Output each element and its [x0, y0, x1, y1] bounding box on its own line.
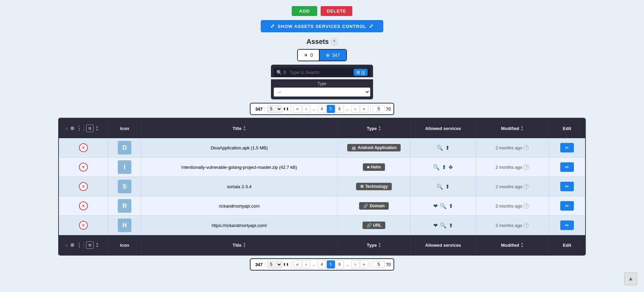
type-sort-icon[interactable]: ▲▼	[378, 125, 381, 131]
table-header-row: ○ ⊗ ⋮ ⧉ ▲▼ Icon Title ▲▼	[59, 118, 585, 138]
bottom-page-size-arrows[interactable]: ⬆⬇	[283, 262, 289, 267]
modified-help-icon[interactable]: ?	[524, 223, 529, 228]
header-col1-sort[interactable]: ▲▼	[96, 125, 99, 131]
modified-sort-icon[interactable]: ▲▼	[520, 125, 524, 131]
modified-help-icon[interactable]: ?	[524, 184, 529, 189]
type-badge-label: Android Application	[358, 145, 397, 150]
title-sort-icon[interactable]: ▲▼	[243, 125, 246, 131]
header-x-icon[interactable]: ⊗	[70, 125, 75, 131]
pag-goto-input[interactable]	[373, 106, 385, 112]
bottom-pag-goto-input[interactable]	[373, 261, 385, 268]
row-delete-btn[interactable]: ✕	[79, 201, 88, 210]
table-footer-row: ○ ⊗ ⋮ ⧉ ▲▼ Icon Title ▲▼	[59, 235, 585, 255]
pag-next-btn[interactable]: ›	[351, 105, 359, 113]
row-modified-cell: 2 months ago ?	[476, 216, 549, 235]
tab-unselected[interactable]: ✈ 0	[298, 50, 320, 61]
edit-button[interactable]: ✏	[560, 221, 574, 230]
footer-x-icon[interactable]: ⊗	[70, 242, 75, 248]
row-modified-cell: 2 months ago ?	[476, 158, 549, 177]
service-icon[interactable]: 🔍	[440, 203, 447, 209]
row-delete-btn[interactable]: ✕	[79, 221, 88, 230]
pag-page-6[interactable]: 6	[336, 105, 344, 113]
modified-cell: 2 months ago ?	[480, 223, 545, 228]
search-input[interactable]	[290, 70, 352, 75]
pag-page-5[interactable]: 5	[327, 105, 335, 113]
bottom-pag-page-5[interactable]: 5	[327, 260, 335, 269]
edit-button[interactable]: ✏	[560, 201, 574, 211]
modified-help-icon[interactable]: ?	[524, 145, 529, 150]
bottom-pag-next-btn[interactable]: ›	[351, 260, 359, 269]
asset-icon: D	[118, 141, 131, 155]
add-button[interactable]: ADD	[292, 6, 317, 16]
bottom-pag-goto: 70	[370, 261, 391, 268]
service-icon[interactable]: ❤	[433, 222, 438, 229]
header-check-col: ○ ⊗ ⋮ ⧉ ▲▼	[59, 118, 108, 138]
tab-347-count: 347	[332, 52, 340, 58]
modified-help-icon[interactable]: ?	[524, 203, 529, 209]
service-icon[interactable]: 🔍	[433, 164, 440, 171]
row-allowed-cell: 🔍⬆	[410, 138, 476, 158]
allowed-services-icons: ❤🔍⬆	[414, 203, 472, 209]
row-modified-cell: 2 months ago ?	[476, 196, 549, 216]
search-filter-button[interactable]: ⊞ |||	[354, 69, 368, 76]
footer-title-sort[interactable]: ▲▼	[243, 242, 246, 248]
footer-dots-icon[interactable]: ⋮	[77, 242, 82, 248]
service-icon[interactable]: ⬆	[445, 183, 450, 190]
header-circle-icon[interactable]: ○	[65, 126, 68, 131]
footer-type-sort[interactable]: ▲▼	[378, 242, 381, 248]
row-title-text: sortala 2-3.4	[227, 184, 252, 189]
header-copy-icon[interactable]: ⧉	[86, 125, 94, 132]
row-title-text: intentionally-vulnerable-golang-project-…	[181, 165, 297, 170]
service-icon[interactable]: ⬆	[449, 222, 453, 229]
page-size-select[interactable]: 5102050	[267, 105, 282, 113]
pag-page-4[interactable]: 4	[318, 105, 326, 113]
service-icon[interactable]: ❖	[448, 164, 453, 171]
bottom-pag-ellipsis-right: ...	[344, 262, 351, 267]
footer-modified-sort[interactable]: ▲▼	[520, 242, 524, 248]
row-delete-btn[interactable]: ✕	[79, 163, 88, 172]
bottom-pag-last-btn[interactable]: »	[360, 260, 368, 269]
edit-button[interactable]: ✏	[560, 162, 574, 172]
service-icon[interactable]: ❤	[433, 203, 438, 209]
service-icon[interactable]: ⬆	[442, 164, 446, 171]
service-icon[interactable]: 🔍	[436, 183, 443, 190]
show-assets-control-button[interactable]: ⤢ SHOW ASSETS SERVICES CONTROL ⤢	[261, 20, 384, 32]
delete-button[interactable]: DELETE	[321, 6, 352, 16]
modified-text: 2 months ago	[496, 165, 522, 170]
filter-type-select[interactable]: --	[274, 87, 370, 97]
row-type-cell: ⚙ Technology	[338, 177, 410, 196]
assets-help-icon[interactable]: ?	[331, 38, 338, 45]
service-icon[interactable]: 🔍	[436, 145, 443, 151]
pag-last-btn[interactable]: »	[360, 105, 368, 113]
page-size-arrows[interactable]: ⬆⬇	[283, 107, 289, 111]
footer-col1-sort[interactable]: ▲▼	[96, 242, 99, 248]
row-delete-cell: ✕	[59, 177, 108, 196]
pag-first-btn[interactable]: «	[293, 105, 302, 113]
footer-title-col: Title ▲▼	[141, 235, 338, 255]
service-icon[interactable]: 🔍	[440, 222, 447, 229]
top-pagination: 347 5102050 ⬆⬇ « ‹ ... 4 5 6 ... › » 70	[250, 103, 394, 115]
row-edit-cell: ✏	[549, 138, 585, 158]
row-delete-btn[interactable]: ✕	[79, 143, 88, 152]
edit-button[interactable]: ✏	[560, 182, 574, 191]
bottom-pag-page-6[interactable]: 6	[336, 260, 344, 269]
tab-selected[interactable]: ⊕ 347	[320, 50, 346, 61]
search-magnifier-icon: 🔍	[276, 70, 282, 75]
modified-help-icon[interactable]: ?	[524, 164, 529, 170]
row-delete-btn[interactable]: ✕	[79, 182, 88, 191]
bottom-pag-page-4[interactable]: 4	[318, 260, 326, 269]
header-dots-icon[interactable]: ⋮	[77, 125, 82, 131]
footer-circle-icon[interactable]: ○	[65, 242, 68, 248]
bottom-pag-first-btn[interactable]: «	[293, 260, 302, 269]
tab-zero-count: 0	[310, 52, 313, 58]
edit-button[interactable]: ✏	[560, 143, 574, 152]
pag-prev-btn[interactable]: ‹	[302, 105, 310, 113]
service-icon[interactable]: ⬆	[449, 203, 453, 209]
footer-type-label: Type ▲▼	[367, 242, 381, 248]
footer-copy-icon[interactable]: ⧉	[86, 241, 94, 249]
scroll-to-top-btn[interactable]: ▲	[624, 272, 637, 285]
bottom-pag-total-pages: 70	[386, 262, 391, 267]
bottom-pag-prev-btn[interactable]: ‹	[302, 260, 310, 269]
service-icon[interactable]: ⬆	[445, 145, 450, 151]
bottom-page-size-select[interactable]: 5102050	[267, 261, 282, 268]
